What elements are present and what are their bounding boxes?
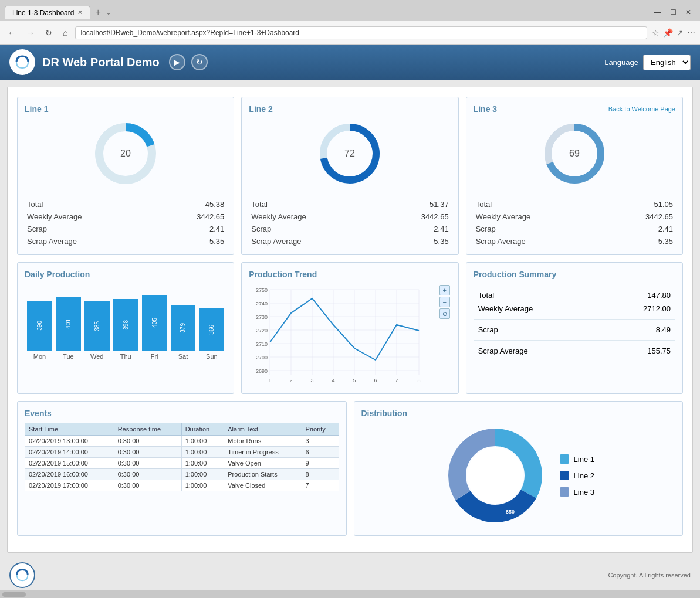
pin-icon[interactable]: 📌 bbox=[663, 28, 673, 38]
bar-fri-day: Fri bbox=[151, 353, 158, 360]
zoom-in-button[interactable]: + bbox=[439, 285, 450, 295]
bar-col-thu: 398 Thu bbox=[113, 299, 138, 360]
cell-duration: 1:00:00 bbox=[181, 436, 224, 447]
production-summary-title: Production Summary bbox=[474, 270, 675, 279]
line1-donut-svg: 20 bbox=[90, 118, 161, 189]
bar-wed-day: Wed bbox=[90, 353, 103, 360]
legend-line3-label: Line 3 bbox=[574, 488, 594, 497]
line3-title: Line 3 bbox=[474, 104, 497, 114]
bar-col-wed: 385 Wed bbox=[84, 301, 110, 360]
table-row: 02/20/2019 15:00:00 0:30:00 1:00:00 Valv… bbox=[25, 458, 339, 469]
line3-scrap-label: Scrap bbox=[476, 225, 496, 233]
window-controls: — ☐ ✕ bbox=[651, 7, 695, 18]
cell-duration: 1:00:00 bbox=[181, 447, 224, 458]
line1-scrap-row: Scrap 2.41 bbox=[25, 223, 226, 235]
menu-icon[interactable]: ⋯ bbox=[687, 28, 695, 38]
close-button[interactable]: ✕ bbox=[681, 7, 695, 18]
distribution-donut-svg: 900 850 bbox=[442, 423, 548, 528]
cell-response-time: 0:30:00 bbox=[114, 458, 181, 469]
distribution-card: Distribution 900 850 bbox=[354, 401, 684, 536]
reload-button[interactable]: ↻ bbox=[42, 27, 55, 39]
forward-button[interactable]: → bbox=[23, 27, 38, 39]
zoom-reset-button[interactable]: ⊙ bbox=[439, 308, 450, 319]
summary-scrapavg-label: Scrap Average bbox=[478, 346, 528, 355]
line3-scrapavg-value: 5.35 bbox=[658, 237, 673, 246]
line1-scrap-label: Scrap bbox=[27, 225, 47, 233]
horizontal-scrollbar[interactable] bbox=[0, 590, 700, 598]
distribution-content: 900 850 Line 1 Line 2 bbox=[361, 423, 676, 528]
line2-card: Line 2 72 Total 51.37 Weekly Average 344… bbox=[241, 97, 458, 255]
active-tab[interactable]: Line 1-3 Dashboard ✕ bbox=[5, 6, 90, 19]
svg-text:7: 7 bbox=[395, 378, 398, 383]
line1-weekly-label: Weekly Average bbox=[27, 212, 82, 221]
tab-scroll-arrows[interactable]: ⌄ bbox=[106, 8, 111, 16]
url-input[interactable] bbox=[75, 26, 647, 39]
new-tab-button[interactable]: + bbox=[90, 6, 105, 19]
app-logo bbox=[9, 49, 35, 75]
play-button[interactable]: ▶ bbox=[169, 54, 185, 70]
line2-weekly-value: 3442.65 bbox=[421, 212, 449, 221]
cell-duration: 1:00:00 bbox=[181, 469, 224, 480]
back-to-welcome-link[interactable]: Back to Welcome Page bbox=[608, 106, 675, 113]
line2-total-row: Total 51.37 bbox=[249, 198, 451, 210]
line2-scrapavg-row: Scrap Average 5.35 bbox=[249, 235, 451, 247]
line1-scrapavg-row: Scrap Average 5.35 bbox=[25, 235, 226, 247]
line1-scrapavg-label: Scrap Average bbox=[27, 237, 77, 246]
mid-row: Daily Production 390 Mon 401 Tue bbox=[17, 262, 683, 394]
bar-chart: 390 Mon 401 Tue 385 Wed bbox=[25, 284, 226, 360]
zoom-out-button[interactable]: − bbox=[439, 297, 450, 307]
main-content: Line 1 20 Total 45.38 Weekly Average 344… bbox=[0, 80, 700, 560]
bar-thu: 398 bbox=[113, 299, 138, 351]
language-select[interactable]: English bbox=[643, 55, 691, 70]
bookmark-icon[interactable]: ☆ bbox=[652, 28, 660, 38]
svg-text:2: 2 bbox=[290, 378, 293, 383]
bar-wed-value: 385 bbox=[94, 321, 100, 331]
line3-scrapavg-row: Scrap Average 5.35 bbox=[474, 235, 675, 247]
cell-priority: 9 bbox=[302, 458, 339, 469]
home-button[interactable]: ⌂ bbox=[60, 27, 70, 39]
col-priority: Priority bbox=[302, 423, 339, 436]
line2-donut-svg: 72 bbox=[315, 118, 385, 189]
legend-line2: Line 2 bbox=[560, 471, 594, 480]
line3-weekly-label: Weekly Average bbox=[476, 212, 530, 221]
line3-scrap-row: Scrap 2.41 bbox=[474, 223, 675, 235]
svg-text:72: 72 bbox=[345, 148, 356, 158]
trend-chart-container: + − ⊙ 2750 2740 2730 2720 2710 2700 2690 bbox=[249, 284, 451, 386]
line3-card: Line 3 Back to Welcome Page 69 Total 51.… bbox=[466, 97, 683, 255]
table-row: 02/20/2019 14:00:00 0:30:00 1:00:00 Time… bbox=[25, 447, 339, 458]
svg-text:6: 6 bbox=[374, 378, 377, 383]
share-icon[interactable]: ↗ bbox=[677, 28, 684, 38]
maximize-button[interactable]: ☐ bbox=[666, 7, 680, 18]
line3-donut-svg: 69 bbox=[539, 118, 610, 189]
svg-text:2690: 2690 bbox=[256, 368, 268, 374]
line2-total-value: 51.37 bbox=[430, 200, 449, 209]
dashboard: Line 1 20 Total 45.38 Weekly Average 344… bbox=[7, 87, 693, 553]
cell-start-time: 02/20/2019 13:00:00 bbox=[25, 436, 114, 447]
cell-start-time: 02/20/2019 16:00:00 bbox=[25, 469, 114, 480]
bar-thu-day: Thu bbox=[120, 353, 131, 360]
summary-scrapavg-value: 155.75 bbox=[647, 346, 671, 355]
summary-scrap-row: Scrap 8.49 bbox=[474, 323, 675, 337]
cell-priority: 6 bbox=[302, 447, 339, 458]
bar-wed: 385 bbox=[84, 301, 110, 351]
back-button[interactable]: ← bbox=[5, 27, 19, 39]
minimize-button[interactable]: — bbox=[651, 7, 665, 18]
line2-scrapavg-value: 5.35 bbox=[434, 237, 448, 246]
col-duration: Duration bbox=[181, 423, 224, 436]
events-table: Start Time Response time Duration Alarm … bbox=[25, 423, 339, 491]
refresh-button[interactable]: ↻ bbox=[191, 54, 208, 70]
production-trend-title: Production Trend bbox=[249, 270, 451, 279]
line1-scrapavg-value: 5.35 bbox=[209, 237, 224, 246]
events-header-row: Start Time Response time Duration Alarm … bbox=[25, 423, 339, 436]
cell-alarm-text: Production Starts bbox=[224, 469, 302, 480]
summary-scrap-label: Scrap bbox=[478, 325, 498, 334]
cell-priority: 8 bbox=[302, 469, 339, 480]
tab-close-button[interactable]: ✕ bbox=[77, 9, 83, 16]
line2-scrap-row: Scrap 2.41 bbox=[249, 223, 451, 235]
cell-start-time: 02/20/2019 15:00:00 bbox=[25, 458, 114, 469]
line3-donut: 69 bbox=[474, 118, 675, 189]
summary-scrapavg-row: Scrap Average 155.75 bbox=[474, 344, 675, 358]
scrollbar-thumb[interactable] bbox=[2, 592, 26, 597]
summary-total-row: Total 147.80 bbox=[474, 288, 675, 302]
zoom-controls: + − ⊙ bbox=[439, 285, 450, 319]
